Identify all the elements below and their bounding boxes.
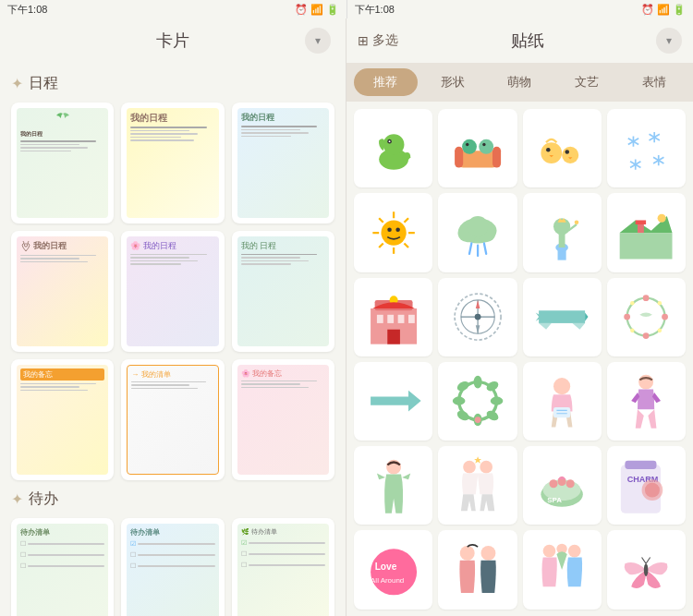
card-item[interactable]: 🌸 我的备忘 [232, 359, 334, 480]
svg-point-83 [491, 397, 504, 405]
svg-rect-61 [408, 315, 415, 323]
svg-rect-60 [397, 315, 404, 323]
svg-point-109 [371, 549, 417, 595]
svg-rect-62 [387, 330, 400, 344]
right-panel: ⊞ 多选 贴纸 ▾ 推荐 形状 萌物 文艺 表情 [346, 18, 693, 616]
svg-point-1 [383, 134, 404, 155]
svg-point-78 [630, 329, 635, 333]
multiselect-button[interactable]: ⊞ 多选 [358, 32, 398, 49]
svg-rect-5 [455, 146, 463, 167]
time-left: 下午1:08 [7, 3, 47, 17]
svg-point-90 [553, 378, 570, 394]
card-item[interactable]: 待办清单 ☑ ☐ ☐ [121, 518, 224, 616]
card-item[interactable]: 我的日程 [232, 103, 334, 223]
svg-rect-51 [620, 233, 673, 259]
svg-point-12 [562, 146, 578, 163]
sticker-grid-scroll[interactable]: SPA CHARM Love [346, 102, 693, 616]
schedule-cards-grid: 我的日程 我的日程 [11, 103, 334, 480]
sticker-landscape[interactable] [607, 193, 686, 272]
multiselect-label: 多选 [372, 32, 398, 49]
sticker-love[interactable]: Love All Around [354, 530, 432, 609]
svg-point-96 [463, 460, 476, 473]
sticker-snowflakes[interactable] [607, 109, 686, 187]
svg-point-89 [474, 417, 480, 423]
sticker-cloud[interactable] [438, 193, 517, 272]
tab-emotion[interactable]: 表情 [622, 68, 686, 96]
schedule-title: 日程 [29, 74, 58, 93]
card-item[interactable]: 我的日程 [121, 103, 224, 223]
left-panel-dropdown[interactable]: ▾ [305, 28, 331, 54]
svg-point-100 [549, 479, 557, 488]
svg-line-117 [642, 557, 647, 563]
sticker-ribbon-banner[interactable] [523, 278, 602, 356]
tab-cute[interactable]: 萌物 [488, 68, 552, 96]
right-panel-header: ⊞ 多选 贴纸 ▾ [346, 18, 693, 63]
svg-point-116 [568, 545, 581, 558]
svg-point-79 [658, 329, 663, 333]
card-item[interactable]: 待办清单 ☐ ☐ ☐ [11, 518, 114, 616]
svg-point-9 [466, 142, 468, 145]
status-bar-left: 下午1:08 ⏰ 📶 🔋 [0, 0, 347, 18]
sticker-wedding[interactable] [438, 446, 517, 525]
svg-line-35 [379, 243, 383, 248]
svg-point-54 [658, 213, 666, 222]
left-scroll-area[interactable]: ✦ 日程 我的日程 [0, 63, 346, 616]
sticker-dino[interactable] [354, 109, 432, 187]
card-item[interactable]: 我的备忘 [11, 359, 114, 480]
sticker-butterfly[interactable] [607, 530, 686, 609]
svg-rect-70 [539, 310, 585, 323]
tab-art[interactable]: 文艺 [555, 68, 619, 96]
svg-point-75 [643, 332, 650, 339]
svg-point-97 [480, 460, 492, 473]
card-item[interactable]: 我的日程 [11, 103, 114, 223]
sticker-chicks[interactable] [523, 109, 602, 187]
card-item[interactable]: 🌸 我的日程 [121, 231, 224, 352]
sticker-compass-stamp[interactable] [438, 278, 517, 356]
svg-line-34 [404, 218, 408, 223]
svg-text:SPA: SPA [547, 496, 562, 504]
sticker-family[interactable] [523, 530, 602, 609]
card-item[interactable]: → 我的清单 [121, 359, 224, 480]
sticker-sun[interactable] [354, 193, 432, 272]
sticker-charm[interactable]: CHARM [607, 446, 686, 525]
status-icons-right: ⏰ 📶 🔋 [641, 4, 686, 16]
card-item[interactable]: 我的 日程 [232, 231, 334, 352]
sticker-spa[interactable]: SPA [523, 446, 602, 525]
sticker-fashion-girl[interactable] [354, 446, 432, 525]
sticker-girl-reading[interactable] [523, 362, 602, 441]
todo-cards-grid: 待办清单 ☐ ☐ ☐ 待办清单 ☑ ☐ [11, 518, 334, 616]
sticker-birds-sofa[interactable] [438, 109, 517, 187]
sticker-girl-standing[interactable] [607, 362, 686, 441]
svg-rect-59 [387, 315, 394, 323]
svg-text:Love: Love [374, 562, 396, 572]
sticker-floral-wreath[interactable] [607, 278, 686, 356]
svg-point-50 [575, 220, 579, 224]
svg-point-113 [480, 546, 495, 561]
right-panel-title: 贴纸 [406, 30, 649, 52]
card-item[interactable]: 🌿 待办清单 ☑ ☐ ☐ [232, 518, 334, 616]
svg-point-69 [474, 314, 480, 320]
sticker-wreath[interactable] [438, 362, 517, 441]
sticker-tabs: 推荐 形状 萌物 文艺 表情 [346, 63, 693, 102]
right-panel-dropdown[interactable]: ▾ [656, 28, 682, 54]
todo-section-header: ✦ 待办 [11, 489, 334, 509]
sticker-arrow[interactable] [354, 362, 432, 441]
time-right: 下午1:08 [355, 3, 395, 17]
sticker-liberty[interactable] [523, 193, 602, 272]
svg-point-36 [387, 227, 392, 232]
svg-point-14 [565, 150, 570, 154]
svg-line-44 [484, 243, 486, 253]
svg-line-32 [379, 218, 383, 223]
svg-point-7 [462, 139, 477, 153]
sticker-grid: SPA CHARM Love [354, 109, 686, 610]
svg-rect-53 [636, 220, 646, 224]
sticker-couple[interactable] [438, 530, 517, 609]
svg-rect-91 [553, 407, 570, 417]
sticker-building[interactable] [354, 278, 432, 356]
left-panel: 卡片 ▾ ✦ 日程 我的日程 [0, 18, 346, 616]
svg-point-10 [482, 142, 485, 145]
tab-shape[interactable]: 形状 [421, 68, 485, 96]
tab-recommend[interactable]: 推荐 [354, 68, 418, 96]
card-item[interactable]: 我的日程 [11, 231, 114, 352]
status-bar: 下午1:08 ⏰ 📶 🔋 下午1:08 ⏰ 📶 🔋 [0, 0, 693, 18]
